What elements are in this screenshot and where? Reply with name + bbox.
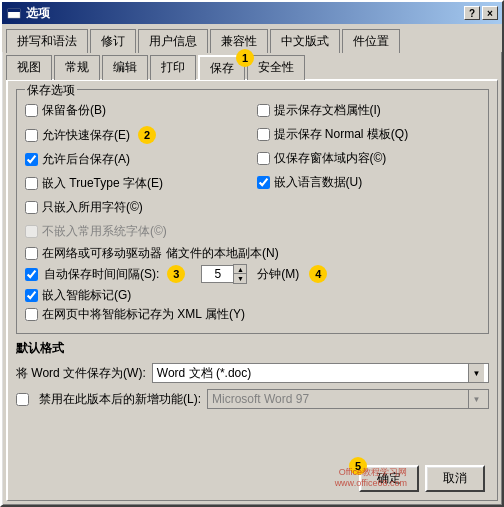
badge-4: 4	[309, 265, 327, 283]
cb-embedlang[interactable]	[257, 176, 270, 189]
cb-row-savenormal: 提示保存 Normal 模板(Q)	[257, 126, 481, 143]
badge-1: 1	[236, 49, 254, 67]
cb-label-fastsave: 允许快速保存(E)	[42, 127, 130, 144]
tab-revision[interactable]: 修订	[90, 29, 136, 53]
cb-row-embedbody: 仅保存窗体域内容(©)	[257, 150, 481, 167]
cb-label-network: 在网络或可移动驱动器	[42, 245, 162, 262]
default-format-section: 默认格式 将 Word 文件保存为(W): Word 文档 (*.doc) ▼ …	[16, 340, 489, 409]
spacer	[16, 415, 489, 455]
disable-features-label: 禁用在此版本后的新增功能(L):	[39, 391, 201, 408]
cb-promptprops[interactable]	[257, 104, 270, 117]
tab-chinese[interactable]: 中文版式	[270, 29, 340, 53]
cb-row-xmlattr: 在网页中将智能标记存为 XML 属性(Y)	[25, 306, 480, 323]
watermark: Office教程学习网 www.office68.com	[335, 467, 407, 490]
cb-label-bgsave: 允许后台保存(A)	[42, 151, 130, 168]
cb-row-network: 在网络或可移动驱动器 储文件的本地副本(N)	[25, 245, 480, 262]
save-options-group: 保存选项 保留备份(B) 允许快速保存(E) 2	[16, 89, 489, 334]
autosave-row: 自动保存时间间隔(S): 3 ▲ ▼ 分钟(M) 4	[25, 264, 480, 284]
cb-row-charsonly: 只嵌入所用字符(©)	[25, 199, 249, 216]
watermark-line2: www.office68.com	[335, 478, 407, 488]
cb-label-savenormal: 提示保存 Normal 模板(Q)	[274, 126, 409, 143]
tab-bar: 拼写和语法 修订 用户信息 兼容性 中文版式 件位置	[2, 24, 502, 52]
cb-label-promptprops: 提示保存文档属性(I)	[274, 102, 381, 119]
cb-truetype[interactable]	[25, 177, 38, 190]
cb-row-backup: 保留备份(B)	[25, 102, 249, 119]
help-button[interactable]: ?	[464, 6, 480, 20]
svg-rect-1	[8, 9, 20, 12]
save-as-arrow[interactable]: ▼	[468, 364, 484, 382]
cb-backup[interactable]	[25, 104, 38, 117]
cb-network[interactable]	[25, 247, 38, 260]
tab-compat[interactable]: 兼容性	[210, 29, 268, 53]
badge-2: 2	[138, 126, 156, 144]
window-icon	[6, 5, 22, 21]
disable-features-dropdown[interactable]: Microsoft Word 97 ▼	[207, 389, 489, 409]
cb-row-smarttag: 嵌入智能标记(G)	[25, 287, 480, 304]
title-bar-left: 选项	[6, 5, 50, 22]
cb-fastsave[interactable]	[25, 129, 38, 142]
close-button[interactable]: ×	[482, 6, 498, 20]
cb-row-fastsave: 允许快速保存(E) 2	[25, 126, 249, 144]
tab-general[interactable]: 常规	[54, 55, 100, 80]
cb-nocommon[interactable]	[25, 225, 38, 238]
tab-security[interactable]: 安全性	[247, 55, 305, 80]
cb-label-charsonly: 只嵌入所用字符(©)	[42, 199, 143, 216]
tab-edit[interactable]: 编辑	[102, 55, 148, 80]
tab-view[interactable]: 视图	[6, 55, 52, 80]
cb-label-truetype: 嵌入 TrueType 字体(E)	[42, 175, 163, 192]
content-area: 保存选项 保留备份(B) 允许快速保存(E) 2	[6, 79, 498, 501]
minutes-label: 分钟(M)	[257, 266, 299, 283]
spinbox-up[interactable]: ▲	[234, 265, 246, 274]
cb-bgsave[interactable]	[25, 153, 38, 166]
cb-smarttag[interactable]	[25, 289, 38, 302]
cb-disable-features[interactable]	[16, 393, 29, 406]
window-title: 选项	[26, 5, 50, 22]
cancel-button[interactable]: 取消	[425, 465, 485, 492]
tab-save[interactable]: 保存 1	[198, 55, 245, 80]
cb-xmlattr[interactable]	[25, 308, 38, 321]
spinbox-buttons: ▲ ▼	[233, 264, 247, 284]
autosave-spinbox[interactable]: ▲ ▼	[201, 264, 247, 284]
cb-row-truetype: 嵌入 TrueType 字体(E)	[25, 175, 249, 192]
tab-fileloc[interactable]: 件位置	[342, 29, 400, 53]
save-as-dropdown[interactable]: Word 文档 (*.doc) ▼	[152, 363, 489, 383]
autosave-value[interactable]	[201, 265, 233, 283]
tab-userinfo[interactable]: 用户信息	[138, 29, 208, 53]
cb-savenormal[interactable]	[257, 128, 270, 141]
cb-label-backup: 保留备份(B)	[42, 102, 106, 119]
title-bar: 选项 ? ×	[2, 2, 502, 24]
cb-label-embedlang: 嵌入语言数据(U)	[274, 174, 363, 191]
tab-print[interactable]: 打印	[150, 55, 196, 80]
cb-row-embedlang: 嵌入语言数据(U)	[257, 174, 481, 191]
title-buttons: ? ×	[464, 6, 498, 20]
save-as-label: 将 Word 文件保存为(W):	[16, 365, 146, 382]
disable-features-value: Microsoft Word 97	[212, 392, 309, 406]
dialog-window: 选项 ? × 拼写和语法 修订 用户信息 兼容性 中文版式 件位置 视图 常规 …	[0, 0, 504, 507]
footer-buttons: 确定 5 取消 Office教程学习网 www.office68.com	[16, 461, 489, 492]
cb-label-smarttag: 嵌入智能标记(G)	[42, 287, 131, 304]
disable-features-arrow[interactable]: ▼	[468, 390, 484, 408]
cb-row-bgsave: 允许后台保存(A)	[25, 151, 249, 168]
cb-row-nocommon: 不嵌入常用系统字体(©)	[25, 223, 249, 240]
cb-label-embedbody: 仅保存窗体域内容(©)	[274, 150, 387, 167]
cb-row-promptprops: 提示保存文档属性(I)	[257, 102, 481, 119]
watermark-line1: Office教程学习网	[339, 467, 407, 477]
cb-label-nocommon: 不嵌入常用系统字体(©)	[42, 223, 167, 240]
cb-label-autosave: 自动保存时间间隔(S):	[44, 266, 159, 283]
tab-spelling[interactable]: 拼写和语法	[6, 29, 88, 53]
save-as-row: 将 Word 文件保存为(W): Word 文档 (*.doc) ▼	[16, 363, 489, 383]
group-title: 保存选项	[25, 82, 77, 99]
cb-autosave[interactable]	[25, 268, 38, 281]
save-as-value: Word 文档 (*.doc)	[157, 365, 251, 382]
default-format-title: 默认格式	[16, 340, 489, 357]
spinbox-down[interactable]: ▼	[234, 274, 246, 283]
cb-label-network2: 储文件的本地副本(N)	[166, 245, 279, 262]
cb-embedbody[interactable]	[257, 152, 270, 165]
cb-label-xmlattr: 在网页中将智能标记存为 XML 属性(Y)	[42, 306, 245, 323]
disable-features-row: 禁用在此版本后的新增功能(L): Microsoft Word 97 ▼	[16, 389, 489, 409]
badge-3: 3	[167, 265, 185, 283]
cb-charsonly[interactable]	[25, 201, 38, 214]
